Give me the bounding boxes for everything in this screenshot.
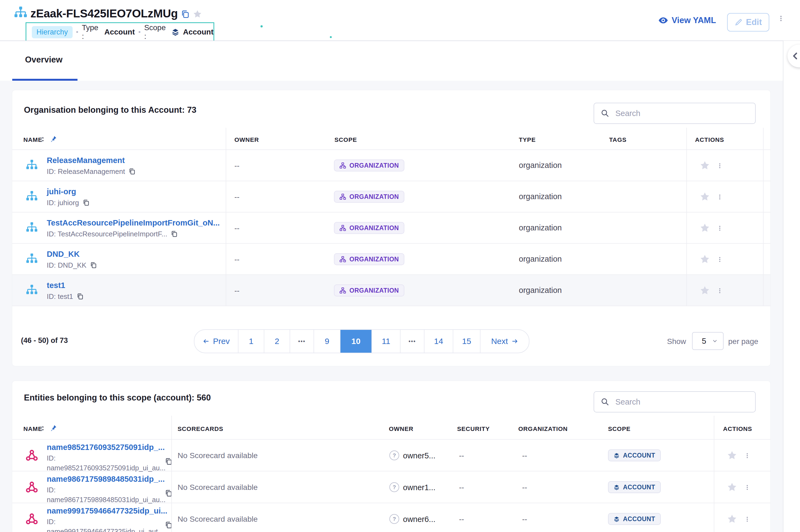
sort-icon[interactable] — [40, 136, 45, 142]
row-star-icon[interactable] — [699, 254, 710, 265]
owner-cell: -- — [234, 255, 240, 264]
scope-badge: ORGANIZATION — [334, 191, 404, 203]
entities-search-input[interactable] — [615, 397, 749, 407]
org-hierarchy-icon — [25, 159, 38, 172]
column-divider — [171, 416, 172, 532]
row-star-icon[interactable] — [727, 514, 738, 525]
owner-cell: -- — [234, 162, 240, 170]
table-row[interactable]: ReleaseManagement ID: ReleaseManagement … — [12, 150, 770, 181]
hierarchy-meta-highlight-box: Hierarchy • Type : Account • Scope : Acc… — [25, 22, 214, 42]
organisations-search-input[interactable] — [615, 109, 749, 118]
table-row[interactable]: name9991759466477325idp_ui... ID: name99… — [12, 503, 770, 532]
row-star-icon[interactable] — [699, 160, 710, 171]
copy-icon[interactable] — [170, 230, 178, 238]
row-kebab-icon[interactable] — [744, 481, 750, 494]
table-row[interactable]: name98671759898485031idp_... ID: name986… — [12, 471, 770, 503]
copy-icon[interactable] — [181, 10, 190, 19]
pencil-icon — [734, 18, 743, 26]
type-cell: organization — [519, 192, 562, 201]
tab-overview[interactable]: Overview — [25, 55, 62, 65]
question-circle-icon: ? — [389, 482, 399, 492]
org-name-link[interactable]: ReleaseManagement — [47, 156, 125, 165]
row-kebab-icon[interactable] — [717, 190, 723, 204]
pagination-page-2[interactable]: 2 — [264, 330, 290, 353]
pagination-prev[interactable]: Prev — [195, 330, 238, 353]
row-star-icon[interactable] — [727, 482, 738, 493]
row-star-icon[interactable] — [727, 450, 738, 461]
table-row[interactable]: name98521760935275091idp_... ID: name985… — [12, 440, 770, 471]
organization-cell: -- — [522, 451, 527, 460]
col-scope: SCOPE — [608, 425, 631, 433]
organisations-search[interactable] — [594, 103, 756, 124]
entity-id-label: ID: — [47, 518, 56, 526]
organization-icon — [339, 256, 346, 263]
arrow-left-icon — [203, 338, 210, 345]
pagination-page-9[interactable]: 9 — [314, 330, 341, 353]
org-id: ID: DND_KK — [47, 261, 97, 269]
org-name-link[interactable]: DND_KK — [47, 250, 80, 259]
table-row[interactable]: juhi-org ID: juhiorg -- ORGANIZATION org… — [12, 181, 770, 212]
organisations-table-header: NAME OWNER SCOPE TYPE TAGS ACTIONS — [12, 128, 770, 150]
sort-icon[interactable] — [40, 425, 45, 431]
pagination-page-14[interactable]: 14 — [424, 330, 453, 353]
pagination-page-15[interactable]: 15 — [453, 330, 480, 353]
entity-id-label: ID: — [47, 454, 56, 462]
page-size-select[interactable]: 5 — [692, 332, 724, 350]
owner-cell: -- — [234, 193, 240, 201]
separator-dot: • — [139, 28, 141, 36]
pagination-page-11[interactable]: 11 — [372, 330, 401, 353]
row-kebab-icon[interactable] — [717, 159, 723, 172]
column-divider — [226, 128, 226, 306]
favorite-star-icon[interactable] — [193, 9, 202, 19]
pagination-page-1[interactable]: 1 — [238, 330, 264, 353]
right-panel-strip — [783, 41, 800, 532]
pin-icon[interactable] — [50, 135, 57, 142]
pagination: Prev 1 2 ••• 9 10 11 ••• 14 15 Next — [194, 329, 529, 353]
entities-search[interactable] — [594, 391, 756, 413]
table-row[interactable]: TestAccResourcePipelineImportFromGit_oN.… — [12, 212, 770, 244]
scorecards-cell: No Scorecard available — [178, 515, 258, 524]
copy-icon[interactable] — [90, 262, 97, 269]
pagination-page-10-active[interactable]: 10 — [341, 330, 372, 353]
entity-name-link[interactable]: name9991759466477325idp_ui... — [47, 507, 167, 515]
organization-icon — [339, 162, 346, 169]
pagination-ellipsis[interactable]: ••• — [290, 330, 314, 353]
row-star-icon[interactable] — [699, 285, 710, 296]
pagination-range: (46 - 50) of 73 — [21, 336, 68, 345]
table-row[interactable]: test1 ID: test1 -- ORGANIZATION organiza… — [12, 275, 770, 306]
row-kebab-icon[interactable] — [744, 513, 750, 526]
row-star-icon[interactable] — [699, 223, 710, 233]
org-name-link[interactable]: juhi-org — [47, 187, 76, 196]
account-layers-icon — [614, 484, 620, 490]
row-kebab-icon[interactable] — [717, 253, 723, 266]
row-kebab-icon[interactable] — [744, 449, 750, 462]
active-tab-indicator — [12, 79, 77, 81]
org-name-link[interactable]: test1 — [47, 281, 65, 290]
entity-icon — [25, 513, 38, 526]
entity-id-label: ID: — [47, 486, 56, 494]
entity-name-link[interactable]: name98671759898485031idp_... — [47, 475, 165, 483]
scope-badge: ACCOUNT — [608, 481, 661, 493]
row-kebab-icon[interactable] — [717, 284, 723, 297]
pagination-ellipsis[interactable]: ••• — [401, 330, 424, 353]
search-icon — [601, 109, 610, 118]
organization-cell: -- — [522, 483, 527, 492]
copy-icon[interactable] — [76, 293, 84, 300]
row-kebab-icon[interactable] — [717, 222, 723, 235]
security-cell: -- — [459, 515, 464, 524]
view-yaml-button[interactable]: View YAML — [658, 15, 716, 25]
table-row[interactable]: DND_KK ID: DND_KK -- ORGANIZATION organi… — [12, 244, 770, 275]
copy-icon[interactable] — [83, 199, 90, 207]
copy-icon[interactable] — [128, 168, 136, 175]
col-scorecards: SCORECARDS — [178, 425, 223, 433]
org-name-link[interactable]: TestAccResourcePipelineImportFromGit_oN.… — [47, 218, 220, 227]
col-actions: ACTIONS — [695, 136, 724, 144]
pin-icon[interactable] — [50, 424, 57, 432]
pagination-next[interactable]: Next — [480, 330, 529, 353]
row-star-icon[interactable] — [699, 191, 710, 202]
header-more-options-icon[interactable] — [778, 12, 784, 25]
edit-label: Edit — [746, 17, 762, 27]
account-layers-icon — [614, 452, 620, 459]
entity-name-link[interactable]: name98521760935275091idp_... — [47, 443, 165, 452]
edit-button[interactable]: Edit — [727, 13, 769, 32]
